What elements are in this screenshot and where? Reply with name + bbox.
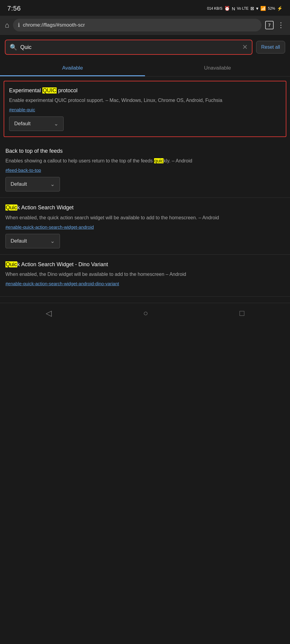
flag-link-quick-action[interactable]: #enable-quick-action-search-widget-andro…: [5, 224, 285, 230]
lte-icon: Vo LTE: [237, 6, 249, 11]
back-button[interactable]: ◁: [46, 309, 52, 318]
dropdown-arrow-feed: ⌄: [50, 181, 55, 188]
battery-percent: 52%: [268, 6, 275, 11]
signal-icon: 📶: [260, 6, 266, 11]
search-input[interactable]: Quic: [20, 44, 239, 51]
home-icon[interactable]: ⌂: [5, 21, 9, 29]
highlight-feed-quic: quic: [154, 158, 163, 163]
tab-available[interactable]: Available: [0, 60, 145, 76]
dropdown-quic[interactable]: Default ⌄: [9, 116, 64, 131]
flag-title-dino: Quick Action Search Widget - Dino Varian…: [5, 261, 285, 268]
info-icon: ℹ: [18, 22, 20, 28]
flag-title-quic: Experimental QUIC protocol: [9, 87, 281, 94]
address-bar[interactable]: ℹ chrome://flags/#smooth-scr: [13, 19, 262, 31]
search-box[interactable]: 🔍 Quic ✕: [5, 40, 252, 55]
flag-desc-feed: Enables showing a callout to help users …: [5, 157, 285, 165]
status-time: 7:56: [7, 5, 21, 12]
flags-content: Experimental QUIC protocol Enable experi…: [0, 81, 290, 297]
tab-unavailable[interactable]: Unavailable: [145, 60, 290, 76]
search-icon: 🔍: [10, 44, 17, 51]
tabs-bar: Available Unavailable: [0, 60, 290, 77]
flag-card-dino: Quick Action Search Widget - Dino Varian…: [0, 255, 290, 297]
wifi-icon: ▾: [256, 6, 259, 11]
browser-chrome: ⌂ ℹ chrome://flags/#smooth-scr 7 ⋮: [0, 16, 290, 35]
highlight-quic: QUIC: [42, 87, 57, 93]
alarm-icon: ⏰: [224, 6, 230, 11]
status-icons: 014 KB/S ⏰ N Vo LTE ⊠ ▾ 📶 52% ⚡: [207, 6, 283, 11]
flag-link-quic[interactable]: #enable-quic: [9, 107, 281, 112]
clear-search-icon[interactable]: ✕: [242, 43, 248, 51]
dropdown-arrow-quick-action: ⌄: [50, 238, 55, 244]
flag-card-quic: Experimental QUIC protocol Enable experi…: [4, 81, 286, 137]
bottom-nav: ◁ ○ □: [0, 303, 290, 326]
url-text: chrome://flags/#smooth-scr: [23, 22, 85, 28]
menu-button[interactable]: ⋮: [277, 21, 285, 29]
flag-desc-dino: When enabled, the Dino widget will be av…: [5, 271, 285, 278]
search-area: 🔍 Quic ✕ Reset all: [0, 35, 290, 60]
bluetooth-icon: ⊠: [250, 6, 254, 11]
flag-desc-quic: Enable experimental QUIC protocol suppor…: [9, 97, 281, 104]
dropdown-arrow-quic: ⌄: [54, 120, 58, 127]
flag-link-feed[interactable]: #feed-back-to-top: [5, 168, 285, 173]
status-bar: 7:56 014 KB/S ⏰ N Vo LTE ⊠ ▾ 📶 52% ⚡: [0, 0, 290, 16]
recents-button[interactable]: □: [239, 309, 244, 318]
dropdown-quick-action[interactable]: Default ⌄: [5, 234, 60, 248]
charging-icon: ⚡: [277, 6, 283, 11]
dropdown-feed[interactable]: Default ⌄: [5, 177, 60, 191]
dropdown-label-quick-action: Default: [11, 238, 47, 244]
dropdown-label-quic: Default: [14, 121, 50, 127]
flag-title-quick-action: Quick Action Search Widget: [5, 204, 285, 211]
highlight-dino: Quic: [5, 261, 17, 267]
dropdown-label-feed: Default: [11, 181, 47, 187]
home-button[interactable]: ○: [143, 309, 148, 318]
network-speed: 014 KB/S: [207, 6, 222, 11]
nfc-icon: N: [232, 6, 235, 11]
flag-card-feed: Back to top of the feeds Enables showing…: [0, 141, 290, 198]
reset-all-button[interactable]: Reset all: [256, 41, 285, 54]
tab-count[interactable]: 7: [265, 21, 274, 29]
flag-link-dino[interactable]: #enable-quick-action-search-widget-andro…: [5, 281, 285, 286]
flag-title-feed: Back to top of the feeds: [5, 147, 285, 155]
flag-desc-quick-action: When enabled, the quick action search wi…: [5, 214, 285, 221]
highlight-quick-action: Quic: [5, 204, 17, 211]
flag-card-quick-action: Quick Action Search Widget When enabled,…: [0, 198, 290, 254]
